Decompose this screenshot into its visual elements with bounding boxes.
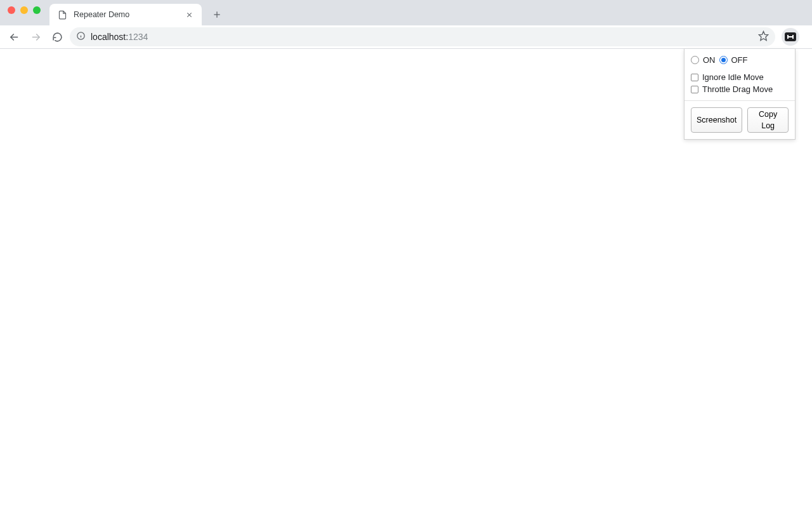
nav-forward-button[interactable] xyxy=(27,28,44,46)
radio-on-label: ON xyxy=(703,55,716,65)
url-port: 1234 xyxy=(128,32,148,42)
site-info-icon[interactable] xyxy=(76,31,86,43)
browser-toolbar: localhost:1234 xyxy=(0,25,812,49)
popup-button-row: Screenshot Copy Log xyxy=(691,107,789,133)
new-tab-button[interactable] xyxy=(208,6,226,23)
page-icon xyxy=(56,8,69,21)
svg-rect-11 xyxy=(787,35,789,39)
checkbox-throttle-drag-label: Throttle Drag Move xyxy=(702,84,773,94)
url-text: localhost:1234 xyxy=(91,32,148,42)
page-content: ON OFF Ignore Idle Move Throttle Drag Mo… xyxy=(0,49,812,508)
nav-back-button[interactable] xyxy=(5,28,23,46)
extension-icon xyxy=(785,32,796,41)
tab-title: Repeater Demo xyxy=(74,10,178,19)
recording-toggle: ON OFF xyxy=(691,55,789,65)
window-close-button[interactable] xyxy=(8,6,15,14)
checkbox-throttle-drag[interactable] xyxy=(691,86,698,93)
radio-on[interactable] xyxy=(691,56,699,64)
close-tab-icon[interactable] xyxy=(183,8,195,21)
svg-marker-9 xyxy=(759,31,768,40)
browser-tab[interactable]: Repeater Demo xyxy=(49,4,202,25)
checkbox-ignore-idle-label: Ignore Idle Move xyxy=(702,72,764,82)
svg-rect-12 xyxy=(792,35,794,39)
url-host: localhost: xyxy=(91,32,128,42)
reload-button[interactable] xyxy=(48,28,66,46)
radio-off[interactable] xyxy=(719,56,728,64)
screenshot-button[interactable]: Screenshot xyxy=(691,107,742,133)
popup-divider xyxy=(684,100,795,101)
extension-popup: ON OFF Ignore Idle Move Throttle Drag Mo… xyxy=(684,49,796,140)
option-ignore-idle-move[interactable]: Ignore Idle Move xyxy=(691,72,789,82)
copy-log-button[interactable]: Copy Log xyxy=(747,107,789,133)
window-maximize-button[interactable] xyxy=(33,6,41,14)
browser-tab-strip: Repeater Demo xyxy=(0,0,812,25)
extension-button[interactable] xyxy=(782,28,799,46)
radio-off-label: OFF xyxy=(731,55,748,65)
window-controls xyxy=(5,0,46,23)
option-throttle-drag-move[interactable]: Throttle Drag Move xyxy=(691,84,789,94)
checkbox-ignore-idle[interactable] xyxy=(691,74,698,81)
window-minimize-button[interactable] xyxy=(20,6,28,14)
bookmark-star-icon[interactable] xyxy=(758,30,769,43)
address-bar[interactable]: localhost:1234 xyxy=(70,27,775,46)
